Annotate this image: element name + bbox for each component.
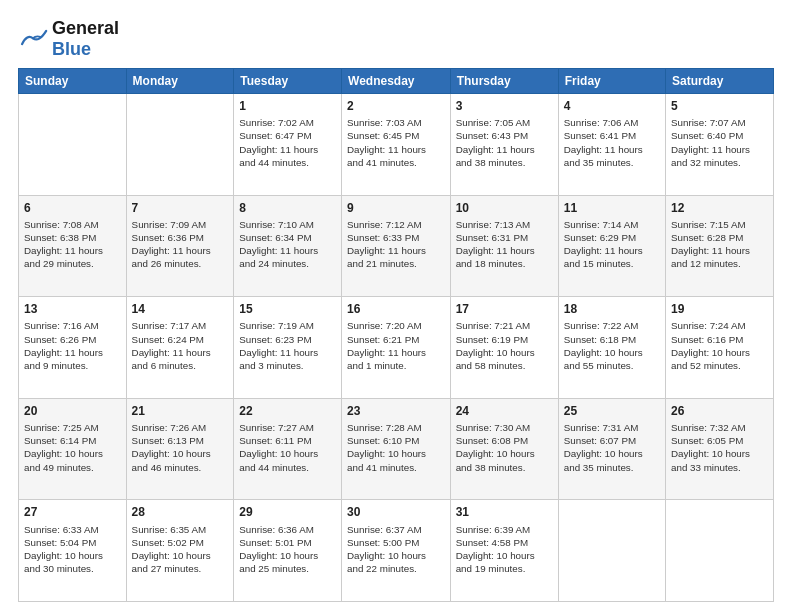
day-info: Sunrise: 7:22 AM Sunset: 6:18 PM Dayligh… [564,319,660,372]
day-number: 15 [239,301,336,317]
day-number: 12 [671,200,768,216]
calendar-day-cell: 29Sunrise: 6:36 AM Sunset: 5:01 PM Dayli… [234,500,342,602]
day-info: Sunrise: 7:32 AM Sunset: 6:05 PM Dayligh… [671,421,768,474]
calendar-table: SundayMondayTuesdayWednesdayThursdayFrid… [18,68,774,602]
day-number: 31 [456,504,553,520]
calendar-day-cell: 17Sunrise: 7:21 AM Sunset: 6:19 PM Dayli… [450,297,558,399]
day-info: Sunrise: 7:21 AM Sunset: 6:19 PM Dayligh… [456,319,553,372]
day-number: 9 [347,200,445,216]
calendar-day-cell: 3Sunrise: 7:05 AM Sunset: 6:43 PM Daylig… [450,94,558,196]
calendar-day-cell: 20Sunrise: 7:25 AM Sunset: 6:14 PM Dayli… [19,398,127,500]
calendar-day-cell: 13Sunrise: 7:16 AM Sunset: 6:26 PM Dayli… [19,297,127,399]
day-number: 21 [132,403,229,419]
calendar-day-cell: 11Sunrise: 7:14 AM Sunset: 6:29 PM Dayli… [558,195,665,297]
day-number: 28 [132,504,229,520]
calendar-day-cell: 24Sunrise: 7:30 AM Sunset: 6:08 PM Dayli… [450,398,558,500]
calendar-day-cell: 5Sunrise: 7:07 AM Sunset: 6:40 PM Daylig… [666,94,774,196]
calendar-day-cell [126,94,234,196]
day-number: 11 [564,200,660,216]
day-number: 2 [347,98,445,114]
day-info: Sunrise: 7:20 AM Sunset: 6:21 PM Dayligh… [347,319,445,372]
calendar-header-row: SundayMondayTuesdayWednesdayThursdayFrid… [19,69,774,94]
day-info: Sunrise: 7:03 AM Sunset: 6:45 PM Dayligh… [347,116,445,169]
day-number: 27 [24,504,121,520]
calendar-day-cell: 18Sunrise: 7:22 AM Sunset: 6:18 PM Dayli… [558,297,665,399]
day-info: Sunrise: 7:17 AM Sunset: 6:24 PM Dayligh… [132,319,229,372]
day-number: 23 [347,403,445,419]
weekday-header: Friday [558,69,665,94]
weekday-header: Monday [126,69,234,94]
calendar-day-cell: 1Sunrise: 7:02 AM Sunset: 6:47 PM Daylig… [234,94,342,196]
day-number: 19 [671,301,768,317]
calendar-week-row: 20Sunrise: 7:25 AM Sunset: 6:14 PM Dayli… [19,398,774,500]
day-info: Sunrise: 7:27 AM Sunset: 6:11 PM Dayligh… [239,421,336,474]
day-info: Sunrise: 7:31 AM Sunset: 6:07 PM Dayligh… [564,421,660,474]
day-info: Sunrise: 6:37 AM Sunset: 5:00 PM Dayligh… [347,523,445,576]
weekday-header: Sunday [19,69,127,94]
calendar-day-cell: 6Sunrise: 7:08 AM Sunset: 6:38 PM Daylig… [19,195,127,297]
day-info: Sunrise: 6:35 AM Sunset: 5:02 PM Dayligh… [132,523,229,576]
calendar-day-cell: 27Sunrise: 6:33 AM Sunset: 5:04 PM Dayli… [19,500,127,602]
day-info: Sunrise: 7:12 AM Sunset: 6:33 PM Dayligh… [347,218,445,271]
day-info: Sunrise: 7:10 AM Sunset: 6:34 PM Dayligh… [239,218,336,271]
day-info: Sunrise: 7:08 AM Sunset: 6:38 PM Dayligh… [24,218,121,271]
day-number: 10 [456,200,553,216]
logo: General Blue [18,18,119,60]
calendar-day-cell: 15Sunrise: 7:19 AM Sunset: 6:23 PM Dayli… [234,297,342,399]
day-info: Sunrise: 7:14 AM Sunset: 6:29 PM Dayligh… [564,218,660,271]
calendar-day-cell: 8Sunrise: 7:10 AM Sunset: 6:34 PM Daylig… [234,195,342,297]
calendar-day-cell [558,500,665,602]
day-number: 16 [347,301,445,317]
day-number: 4 [564,98,660,114]
day-info: Sunrise: 6:39 AM Sunset: 4:58 PM Dayligh… [456,523,553,576]
day-number: 30 [347,504,445,520]
day-info: Sunrise: 7:09 AM Sunset: 6:36 PM Dayligh… [132,218,229,271]
day-info: Sunrise: 7:06 AM Sunset: 6:41 PM Dayligh… [564,116,660,169]
calendar-day-cell: 21Sunrise: 7:26 AM Sunset: 6:13 PM Dayli… [126,398,234,500]
calendar-week-row: 1Sunrise: 7:02 AM Sunset: 6:47 PM Daylig… [19,94,774,196]
day-info: Sunrise: 6:36 AM Sunset: 5:01 PM Dayligh… [239,523,336,576]
calendar-week-row: 6Sunrise: 7:08 AM Sunset: 6:38 PM Daylig… [19,195,774,297]
calendar-week-row: 27Sunrise: 6:33 AM Sunset: 5:04 PM Dayli… [19,500,774,602]
calendar-day-cell: 4Sunrise: 7:06 AM Sunset: 6:41 PM Daylig… [558,94,665,196]
calendar-day-cell: 25Sunrise: 7:31 AM Sunset: 6:07 PM Dayli… [558,398,665,500]
day-info: Sunrise: 7:25 AM Sunset: 6:14 PM Dayligh… [24,421,121,474]
day-number: 8 [239,200,336,216]
day-number: 25 [564,403,660,419]
weekday-header: Thursday [450,69,558,94]
day-info: Sunrise: 6:33 AM Sunset: 5:04 PM Dayligh… [24,523,121,576]
day-number: 20 [24,403,121,419]
weekday-header: Saturday [666,69,774,94]
day-number: 26 [671,403,768,419]
day-info: Sunrise: 7:16 AM Sunset: 6:26 PM Dayligh… [24,319,121,372]
calendar-day-cell: 10Sunrise: 7:13 AM Sunset: 6:31 PM Dayli… [450,195,558,297]
calendar-day-cell: 26Sunrise: 7:32 AM Sunset: 6:05 PM Dayli… [666,398,774,500]
calendar-day-cell: 9Sunrise: 7:12 AM Sunset: 6:33 PM Daylig… [342,195,451,297]
calendar-day-cell: 28Sunrise: 6:35 AM Sunset: 5:02 PM Dayli… [126,500,234,602]
day-number: 6 [24,200,121,216]
header: General Blue [18,18,774,60]
day-info: Sunrise: 7:07 AM Sunset: 6:40 PM Dayligh… [671,116,768,169]
calendar-day-cell: 22Sunrise: 7:27 AM Sunset: 6:11 PM Dayli… [234,398,342,500]
day-number: 24 [456,403,553,419]
calendar-day-cell: 12Sunrise: 7:15 AM Sunset: 6:28 PM Dayli… [666,195,774,297]
day-number: 3 [456,98,553,114]
weekday-header: Tuesday [234,69,342,94]
calendar-day-cell [666,500,774,602]
day-info: Sunrise: 7:13 AM Sunset: 6:31 PM Dayligh… [456,218,553,271]
day-number: 7 [132,200,229,216]
calendar-day-cell: 19Sunrise: 7:24 AM Sunset: 6:16 PM Dayli… [666,297,774,399]
calendar-day-cell: 23Sunrise: 7:28 AM Sunset: 6:10 PM Dayli… [342,398,451,500]
day-number: 17 [456,301,553,317]
day-number: 13 [24,301,121,317]
page: General Blue SundayMondayTuesdayWednesda… [0,0,792,612]
calendar-day-cell: 30Sunrise: 6:37 AM Sunset: 5:00 PM Dayli… [342,500,451,602]
weekday-header: Wednesday [342,69,451,94]
day-number: 5 [671,98,768,114]
day-info: Sunrise: 7:02 AM Sunset: 6:47 PM Dayligh… [239,116,336,169]
logo-text: General Blue [52,18,119,60]
day-number: 1 [239,98,336,114]
day-info: Sunrise: 7:24 AM Sunset: 6:16 PM Dayligh… [671,319,768,372]
calendar-day-cell: 31Sunrise: 6:39 AM Sunset: 4:58 PM Dayli… [450,500,558,602]
day-info: Sunrise: 7:19 AM Sunset: 6:23 PM Dayligh… [239,319,336,372]
